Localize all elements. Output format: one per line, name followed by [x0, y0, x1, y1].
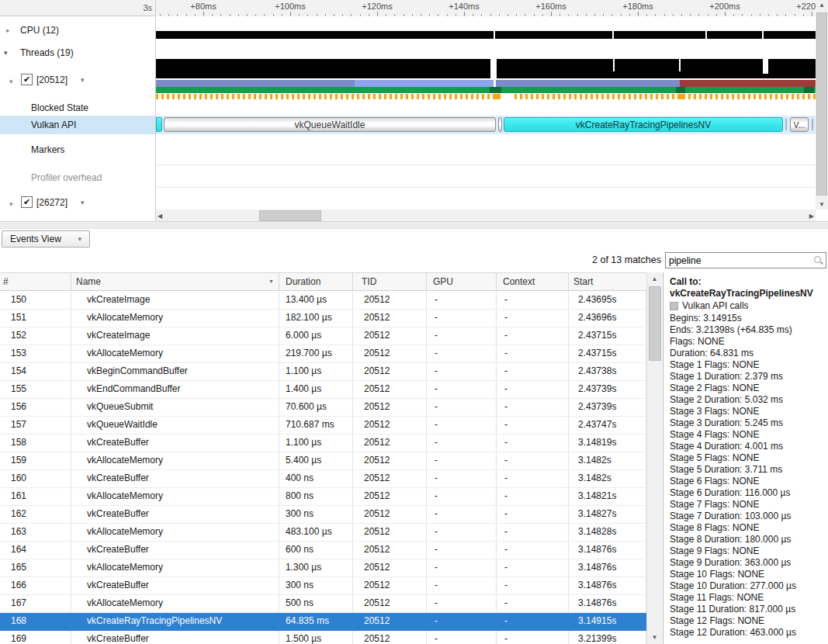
sidebar-item-cpu[interactable]: ▸ CPU (12) — [0, 23, 155, 37]
table-cell: 2.43738s — [569, 363, 646, 380]
table-cell: - — [427, 435, 497, 452]
expander-expanded-icon[interactable]: ▾ — [9, 196, 13, 212]
timeline-canvas[interactable]: vkQueueWaitIdle vkCreateRayTracingPipeli… — [156, 16, 816, 209]
column-header-name[interactable]: Name▼ — [71, 273, 279, 290]
table-cell: vkQueueSubmit — [71, 399, 279, 416]
thread-menu-icon[interactable]: ▾ — [81, 72, 85, 88]
table-row[interactable]: 163vkAllocateMemory483.100 µs20512--3.14… — [0, 524, 646, 542]
ruler-label: +140ms — [449, 2, 479, 11]
table-row[interactable]: 159vkAllocateMemory5.400 µs20512--3.1482… — [0, 452, 646, 470]
table-row[interactable]: 165vkAllocateMemory1.300 µs20512--3.1487… — [0, 559, 646, 577]
sidebar-item-markers[interactable]: Markers — [0, 143, 155, 157]
vulkan-call-bar-tiny[interactable] — [812, 119, 813, 130]
ruler-label: +80ms — [190, 2, 216, 11]
table-cell: 5.400 µs — [279, 452, 353, 469]
scroll-up-icon[interactable]: ▲ — [647, 275, 662, 282]
thread-checkbox[interactable]: ✔ — [21, 196, 33, 208]
sidebar-item-thread-20512[interactable]: ▾ ✔ [20512] ▾ — [0, 72, 155, 88]
pane-splitter[interactable] — [0, 222, 828, 229]
table-cell: 1.400 µs — [279, 381, 353, 398]
sidebar-item-profiler-overhead[interactable]: Profiler overhead — [0, 171, 155, 185]
table-row-selected[interactable]: 168vkCreateRayTracingPipelinesNV64.835 m… — [0, 613, 646, 631]
table-row[interactable]: 167vkAllocateMemory500 ns20512--3.14876s — [0, 595, 646, 613]
column-header-index[interactable]: # — [0, 273, 71, 290]
scroll-up-icon[interactable]: ▲ — [816, 2, 828, 9]
table-row[interactable]: 161vkAllocateMemory800 ns20512--3.14821s — [0, 488, 646, 506]
table-row[interactable]: 164vkCreateBuffer600 ns20512--3.14876s — [0, 542, 646, 559]
vulkan-call-bar-overflow[interactable]: V... — [790, 117, 809, 132]
table-cell: 150 — [0, 292, 71, 309]
detail-line: Stage 9 Duration: 363.000 µs — [670, 557, 828, 569]
table-cell: 157 — [0, 417, 71, 434]
column-header-tid[interactable]: TID — [353, 273, 427, 290]
timeline-ruler[interactable]: +80ms+100ms+120ms+140ms+160ms+180ms+200m… — [155, 0, 816, 17]
scrollbar-thumb[interactable] — [816, 12, 827, 196]
table-row[interactable]: 150vkCreateImage13.400 µs20512--2.43695s — [0, 292, 646, 310]
table-row[interactable]: 169vkCreateBuffer1.500 µs20512--3.21399s — [0, 631, 646, 644]
expander-expanded-icon[interactable]: ▾ — [4, 46, 8, 60]
thread-checkbox[interactable]: ✔ — [21, 74, 33, 85]
thread-menu-icon[interactable]: ▾ — [81, 195, 85, 210]
ruler-label: +200ms — [709, 2, 740, 11]
scrollbar-thumb[interactable] — [649, 286, 661, 361]
scrollbar-thumb[interactable] — [259, 210, 321, 221]
detail-line: Stage 7 Duration: 103.000 µs — [670, 511, 828, 522]
search-input[interactable] — [666, 255, 813, 266]
table-header[interactable]: # Name▼ Duration TID GPU Context Start — [0, 272, 646, 291]
sidebar-canvas-divider — [155, 0, 156, 222]
table-vertical-scrollbar[interactable]: ▲ ▼ — [646, 272, 662, 644]
table-cell: 1.500 µs — [279, 631, 353, 644]
table-cell: 153 — [0, 345, 71, 362]
expander-collapsed-icon[interactable]: ▸ — [6, 23, 10, 37]
vulkan-call-bar-wait-idle[interactable]: vkQueueWaitIdle — [164, 117, 496, 132]
vulkan-api-track[interactable]: vkQueueWaitIdle vkCreateRayTracingPipeli… — [156, 116, 816, 134]
scroll-down-icon[interactable]: ▼ — [816, 201, 828, 208]
ruler-label: +100ms — [275, 2, 305, 11]
vulkan-call-bar-partial[interactable] — [156, 117, 162, 132]
table-row[interactable]: 160vkCreateBuffer400 ns20512--3.1482s — [0, 470, 646, 488]
column-header-start[interactable]: Start — [569, 273, 646, 290]
vulkan-call-bar-create-rt-selected[interactable]: vkCreateRayTracingPipelinesNV — [504, 117, 783, 132]
table-cell: - — [427, 559, 497, 576]
search-box[interactable] — [665, 252, 826, 268]
timeline-vertical-scrollbar[interactable]: ▲ ▼ — [816, 0, 828, 209]
table-cell: vkQueueWaitIdle — [71, 417, 279, 434]
events-view-dropdown[interactable]: Events View ▾ — [2, 230, 90, 248]
table-row[interactable]: 158vkCreateBuffer1.100 µs20512--3.14819s — [0, 435, 646, 452]
table-cell: vkCreateBuffer — [71, 506, 279, 523]
column-header-gpu[interactable]: GPU — [427, 273, 497, 290]
scroll-left-icon[interactable]: ◀ — [158, 213, 162, 220]
scroll-down-icon[interactable]: ▼ — [647, 634, 662, 641]
table-row[interactable]: 155vkEndCommandBuffer1.400 µs20512--2.43… — [0, 381, 646, 399]
column-header-duration[interactable]: Duration — [279, 273, 353, 290]
table-row[interactable]: 162vkCreateBuffer300 ns20512--3.14827s — [0, 506, 646, 524]
table-row[interactable]: 157vkQueueWaitIdle710.687 ms20512--2.437… — [0, 417, 646, 435]
table-cell: 162 — [0, 506, 71, 523]
vulkan-call-bar-tiny[interactable] — [785, 119, 787, 130]
sidebar-item-threads[interactable]: ▾ Threads (19) — [0, 46, 155, 60]
scroll-right-icon[interactable]: ▶ — [809, 213, 814, 220]
detail-line: Stage 12 Flags: NONE — [670, 615, 828, 627]
table-row[interactable]: 151vkAllocateMemory182.100 µs20512--2.43… — [0, 310, 646, 327]
vulkan-call-bar-small[interactable] — [498, 117, 502, 132]
table-row[interactable]: 166vkCreateBuffer300 ns20512--3.14876s — [0, 577, 646, 595]
table-cell: 168 — [0, 613, 71, 630]
table-cell: 155 — [0, 381, 71, 398]
detail-line: Stage 9 Flags: NONE — [670, 545, 828, 557]
table-cell: 300 ns — [279, 506, 353, 523]
sidebar-item-thread-26272[interactable]: ▾ ✔ [26272] ▾ — [0, 195, 155, 210]
table-cell: 20512 — [353, 363, 427, 380]
sidebar-item-vulkan-api[interactable]: Vulkan API — [0, 116, 155, 134]
column-header-context[interactable]: Context — [497, 273, 569, 290]
table-row[interactable]: 154vkBeginCommandBuffer1.100 µs20512--2.… — [0, 363, 646, 381]
expander-expanded-icon[interactable]: ▾ — [9, 74, 13, 89]
sidebar-item-blocked-state[interactable]: Blocked State — [0, 101, 155, 115]
table-cell: - — [497, 435, 569, 452]
timeline-horizontal-scrollbar[interactable]: ◀ ▶ — [156, 209, 816, 222]
sidebar-item-label: [26272] — [36, 195, 68, 210]
table-row[interactable]: 156vkQueueSubmit70.600 µs20512--2.43739s — [0, 399, 646, 417]
table-cell: vkAllocateMemory — [71, 488, 279, 505]
table-row[interactable]: 152vkCreateImage6.000 µs20512--2.43715s — [0, 327, 646, 345]
table-cell: - — [497, 399, 569, 416]
table-row[interactable]: 153vkAllocateMemory219.700 µs20512--2.43… — [0, 345, 646, 363]
